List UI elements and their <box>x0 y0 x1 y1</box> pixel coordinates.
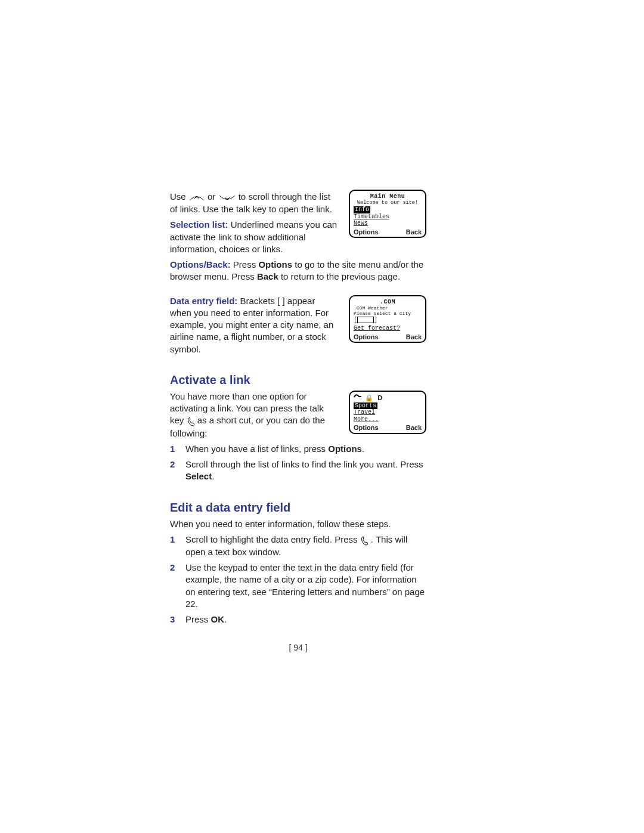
phone-screen-links: 🔒 D Sports Travel More... Options Back <box>349 391 426 434</box>
text-fragment: or <box>208 191 218 202</box>
text-fragment: . <box>212 471 214 481</box>
text-fragment: Press <box>185 614 211 624</box>
heading-edit-data-entry: Edit a data entry field <box>170 500 426 516</box>
term-label: Data entry field: <box>170 296 237 306</box>
heading-activate-link: Activate a link <box>170 372 426 388</box>
screen-subtitle: .COM Weather <box>354 305 422 311</box>
softkey-options: Options <box>354 424 379 432</box>
term-label: Options/Back: <box>170 259 231 270</box>
phone-screen-weather: .COM .COM Weather Please select a city [… <box>349 295 426 343</box>
text-fragment: Use the keypad to enter the text in the … <box>185 562 425 609</box>
screen-item: More... <box>354 416 379 423</box>
list-item: 2 Use the keypad to enter the text in th… <box>170 562 426 610</box>
softkey-back: Back <box>406 228 422 236</box>
bold-word: Select <box>185 471 212 481</box>
step-number: 1 <box>170 534 175 546</box>
softkey-back: Back <box>406 333 422 341</box>
paragraph-edit-lead: When you need to enter information, foll… <box>170 518 426 530</box>
steps-edit: 1 Scroll to highlight the data entry fie… <box>170 534 426 626</box>
text-fragment: When you have a list of links, press <box>185 444 328 454</box>
bold-word: Back <box>257 271 278 281</box>
text-fragment: . <box>362 444 364 454</box>
phone-screen-main-menu: Main Menu Welcome to our site! Info Time… <box>349 190 426 238</box>
step-number: 3 <box>170 614 175 625</box>
screen-item: Timetables <box>354 213 389 220</box>
text-fragment: Press <box>231 259 259 270</box>
talk-key-icon <box>360 534 369 546</box>
scroll-up-icon <box>188 191 205 203</box>
status-bar: 🔒 D <box>354 394 422 402</box>
list-item: 1 Scroll to highlight the data entry fie… <box>170 534 426 558</box>
text-fragment: Scroll through the list of links to find… <box>185 459 423 469</box>
screen-item: Travel <box>354 409 375 416</box>
screen-link: Get forecast? <box>354 325 422 332</box>
bold-word: OK <box>211 614 225 624</box>
step-number: 2 <box>170 562 175 574</box>
bold-word: Options <box>328 444 362 454</box>
softkey-options: Options <box>354 228 379 236</box>
screen-prompt: Please select a city <box>354 311 422 316</box>
softkey-options: Options <box>354 333 379 341</box>
list-item: 2 Scroll through the list of links to fi… <box>170 459 426 483</box>
screen-item-selected: Sports <box>354 402 377 410</box>
list-item: 1 When you have a list of links, press O… <box>170 443 426 455</box>
paragraph-options-back: Options/Back: Press Options to go to the… <box>170 259 426 283</box>
step-number: 2 <box>170 459 175 470</box>
step-number: 1 <box>170 443 175 455</box>
text-fragment: Use <box>170 191 188 202</box>
screen-subtitle: Welcome to our site! <box>354 200 422 206</box>
text-fragment: to return to the previous page. <box>278 271 400 281</box>
screen-input: [] <box>354 317 422 324</box>
screen-title: Main Menu <box>354 193 422 200</box>
bold-word: Options <box>258 259 292 270</box>
talk-key-icon <box>187 415 195 427</box>
softkey-back: Back <box>406 424 422 432</box>
screen-item-selected: Info <box>354 206 370 213</box>
text-fragment: Scroll to highlight the data entry field… <box>185 534 360 544</box>
screen-item: News <box>354 220 368 227</box>
text-fragment: . <box>224 614 227 624</box>
screen-title: .COM <box>354 299 422 306</box>
page-number: [ 94 ] <box>170 642 426 654</box>
term-label: Selection list: <box>170 219 228 230</box>
steps-activate: 1 When you have a list of links, press O… <box>170 443 426 483</box>
scroll-down-icon <box>218 191 236 203</box>
list-item: 3 Press OK. <box>170 614 426 625</box>
